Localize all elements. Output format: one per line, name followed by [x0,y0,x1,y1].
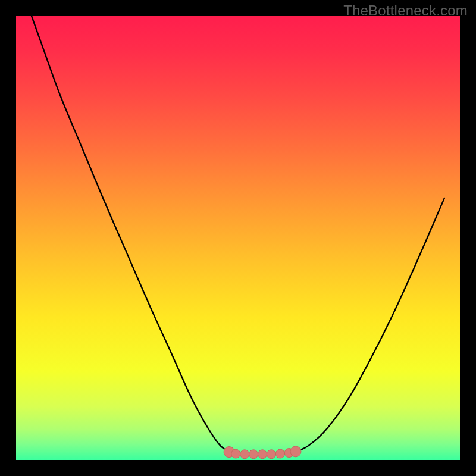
optimal-marker [249,450,258,459]
optimal-marker [275,449,284,458]
optimal-marker [267,450,275,459]
watermark-text: TheBottleneck.com [343,2,468,19]
bottleneck-chart: TheBottleneck.com [0,0,476,476]
optimal-marker [240,450,249,459]
chart-svg [0,0,476,476]
chart-plot-area [16,16,460,460]
optimal-marker [231,449,240,458]
optimal-marker [290,446,301,457]
optimal-marker [258,450,267,459]
